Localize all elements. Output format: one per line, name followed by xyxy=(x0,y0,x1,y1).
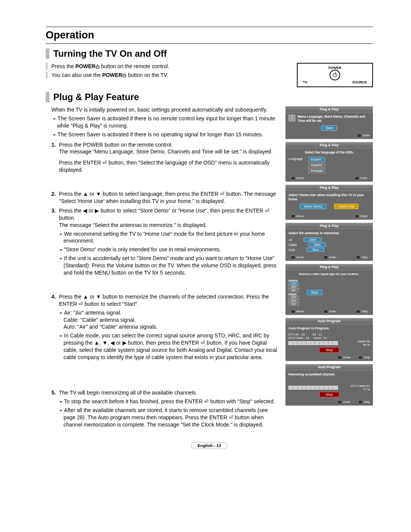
prog-stat: Air : 11 xyxy=(312,333,322,336)
note: "Store Demo" mode is only intended for u… xyxy=(59,246,278,253)
step-1: 1. Press the POWER button on the remote … xyxy=(59,141,278,174)
enter-hint: Enter xyxy=(338,356,350,359)
page-number: English - 13 xyxy=(191,442,228,449)
remote-tv-label: TV xyxy=(303,80,307,84)
remote-source-label: SOURCE xyxy=(352,80,367,84)
sig-hrc[interactable]: HRC xyxy=(288,285,299,289)
step-3: 3. Press the ◀ or ▶ button to select "St… xyxy=(59,207,278,276)
move-hint: Move xyxy=(291,176,304,180)
power-label: POWER xyxy=(102,72,122,78)
enter-hint: Enter xyxy=(355,214,368,218)
step-text: Press the ▲ or ▼ button to select langua… xyxy=(59,190,278,205)
stop-button[interactable]: Stop xyxy=(319,347,339,353)
power-label: POWER xyxy=(75,63,96,69)
page-title: Operation xyxy=(46,27,373,44)
remote-diagram: POWER TV SOURCE xyxy=(297,63,373,87)
section-title-plug-play: Plug & Play Feature xyxy=(46,92,373,102)
power-icon: ⏻ xyxy=(96,64,100,69)
osd-message: Select 'Home Use' when installing this T… xyxy=(288,193,370,201)
info-icon: i xyxy=(288,115,295,121)
text-frag: button on the TV. xyxy=(126,72,168,78)
note: If the unit is accidentally set to "Stor… xyxy=(59,255,278,276)
start-button[interactable]: Start xyxy=(321,125,337,131)
note-screensaver-1: The Screen Saver is activated if there i… xyxy=(46,115,278,129)
analog-label: Analog xyxy=(288,279,299,282)
osd-screenshots: Plug & Play i Menu Language, Store Demo,… xyxy=(285,106,373,406)
remote-power-label: POWER xyxy=(299,66,371,70)
step-4: 4. Press the ▲ or ▼ button to memorize t… xyxy=(59,293,278,361)
osd-message: Select the language of the OSD. xyxy=(288,150,370,155)
enter-hint: Enter xyxy=(323,310,336,313)
sig-std[interactable]: STD xyxy=(288,282,299,285)
osd-panel-language: Plug & Play Select the language of the O… xyxy=(285,142,373,182)
text-frag: You can also use the xyxy=(51,72,102,78)
note: Air: "Air" antenna signal. Cable: "Cable… xyxy=(59,309,278,331)
osd-header: Plug & Play xyxy=(285,185,373,191)
sig-hrc[interactable]: HRC xyxy=(288,299,299,302)
enter-hint: Enter xyxy=(338,400,350,404)
osd-panel-antenna: Plug & Play Select the antennas to memor… xyxy=(285,223,373,261)
osd-header: Auto Program xyxy=(285,318,373,324)
language-label: Language xyxy=(288,157,303,161)
progress-bar xyxy=(288,341,338,345)
power-button-graphic xyxy=(330,70,340,80)
osd-header: Plug & Play xyxy=(285,264,373,270)
step-5: 5. The TV will begin memorizing all of t… xyxy=(59,389,278,428)
home-use-button[interactable]: Home Use xyxy=(334,204,359,209)
prog-stat: DTV Air : 02 xyxy=(288,333,305,336)
skip-hint: Skip xyxy=(356,310,368,313)
skip-hint: Skip xyxy=(356,256,368,259)
intro-text: When the TV is initially powered on, bas… xyxy=(46,106,278,113)
osd-header: Plug & Play xyxy=(285,142,373,148)
note: In Cable mode, you can select the correc… xyxy=(59,332,278,361)
step-text: Press the POWER button on the remote con… xyxy=(59,141,278,156)
digital-label: Digital xyxy=(288,293,299,296)
step-text: Press the ◀ or ▶ button to select "Store… xyxy=(59,207,278,229)
osd-panel-start: Plug & Play i Menu Language, Store Demo,… xyxy=(285,106,373,139)
start-button[interactable]: Start xyxy=(307,248,325,252)
note: To stop the search before it has finishe… xyxy=(59,398,278,405)
osd-panel-cable-type: Plug & Play Selects a cable signal type … xyxy=(285,264,373,315)
instruction-line: You can also use the POWER⏻ button on th… xyxy=(46,72,289,79)
osd-message: Removing scrambled channel. xyxy=(288,372,370,377)
osd-panel-progress: Auto Program Auto Program in Progress. D… xyxy=(285,318,373,361)
enter-hint: Enter xyxy=(323,256,336,259)
start-button[interactable]: Start xyxy=(308,243,326,247)
prog-right: Cable 50 xyxy=(358,340,370,343)
move-hint: Move xyxy=(291,214,304,218)
enter-hint: Enter xyxy=(357,134,370,137)
page-footer: English - 13 xyxy=(46,442,373,449)
start-button[interactable]: Start xyxy=(304,238,322,242)
osd-header: Auto Program xyxy=(285,364,373,370)
start-button[interactable]: Start xyxy=(307,290,322,295)
sig-std[interactable]: STD xyxy=(288,296,299,299)
skip-hint: Skip xyxy=(358,400,370,404)
step-2: 2. Press the ▲ or ▼ button to select lan… xyxy=(59,190,278,205)
osd-header: Plug & Play xyxy=(285,223,373,229)
power-icon: ⏻ xyxy=(122,73,126,78)
move-hint: Move xyxy=(291,256,304,259)
move-hint: Move xyxy=(291,310,304,313)
text-frag: button on the remote control. xyxy=(100,63,169,69)
instruction-line: Press the POWER⏻ button on the remote co… xyxy=(46,63,289,70)
note-screensaver-2: The Screen Saver is activated if there i… xyxy=(46,131,278,138)
prog-right: 50 % xyxy=(358,343,370,347)
osd-message: Auto Program in Progress. xyxy=(288,326,370,331)
antenna-auto: Auto xyxy=(288,248,295,252)
store-demo-button[interactable]: Store Demo xyxy=(300,204,327,209)
osd-header: Plug & Play xyxy=(285,106,373,112)
osd-message: Select the antennas to memorize. xyxy=(288,231,370,235)
prog-right: 77 % xyxy=(351,388,370,391)
enter-hint: Enter xyxy=(355,176,368,180)
note: After all the available channels are sto… xyxy=(59,407,278,428)
lang-option-francais[interactable]: Français xyxy=(308,168,325,173)
prog-right: DTV Cable 41 xyxy=(351,384,370,388)
prog-stat: Cable : 21 xyxy=(313,336,327,340)
osd-panel-scrambled: Auto Program Removing scrambled channel.… xyxy=(285,364,373,406)
sig-irc[interactable]: IRC xyxy=(288,289,299,292)
sig-irc[interactable]: IRC xyxy=(288,302,299,306)
stop-button[interactable]: Stop xyxy=(319,392,339,397)
lang-option-english[interactable]: English xyxy=(308,157,325,162)
osd-message: Selects a cable signal type for your loc… xyxy=(288,272,370,276)
lang-option-espanol[interactable]: Español xyxy=(308,163,325,168)
